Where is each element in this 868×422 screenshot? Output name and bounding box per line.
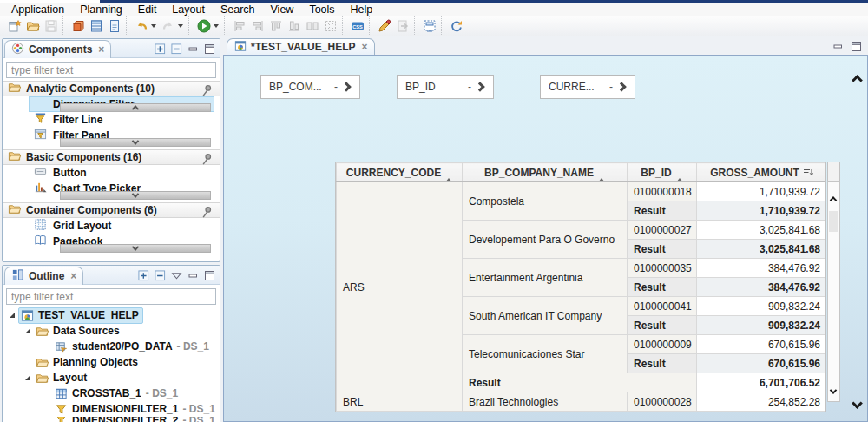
scroll-down-strip[interactable] <box>60 244 211 253</box>
column-header-bp-company-name[interactable]: BP_COMPANY_NAME <box>463 163 628 182</box>
scrollbar-thumb[interactable] <box>829 211 838 232</box>
column-header-bp-id[interactable]: BP_ID <box>628 163 697 182</box>
company-result-label-cell[interactable]: Result <box>628 201 697 221</box>
menu-edit[interactable]: Edit <box>130 3 165 16</box>
company-result-label-cell[interactable]: Result <box>628 316 697 335</box>
company-cell-brazil-technologies[interactable]: Brazil Technologies <box>463 392 628 412</box>
design-canvas[interactable]: BP_COM...-BP_ID-CURRE...- CURRENCY_CODEB… <box>223 55 868 422</box>
bp-id-cell[interactable]: 0100000035 <box>628 259 697 278</box>
crosstab-scrollbar[interactable] <box>827 162 840 402</box>
canvas-scroll-down-icon[interactable] <box>852 398 863 409</box>
company-result-label-cell[interactable]: Result <box>628 354 697 373</box>
editor-minimize-icon[interactable] <box>832 40 845 52</box>
crosstab-scrollbar-track[interactable] <box>827 181 840 402</box>
scrollbar-down-icon[interactable] <box>830 386 837 393</box>
company-result-label-cell[interactable]: Result <box>628 278 697 297</box>
data-source-list-icon[interactable] <box>87 16 105 35</box>
menu-view[interactable]: View <box>263 3 302 16</box>
group-result-value-cell[interactable]: 6,701,706.52 <box>697 373 827 392</box>
new-component-icon[interactable] <box>69 16 87 35</box>
component-item-filter-line[interactable]: Filter Line <box>3 112 220 128</box>
expander-icon[interactable] <box>25 328 30 333</box>
run-icon[interactable] <box>194 16 213 35</box>
sort-ascending-icon[interactable] <box>598 166 605 178</box>
scroll-down-strip[interactable] <box>60 191 211 200</box>
collapse-all-icon[interactable] <box>170 43 183 55</box>
company-result-value-cell[interactable]: 909,832.24 <box>697 316 827 335</box>
view-menu-icon[interactable] <box>170 269 183 281</box>
undo-dropdown-icon[interactable] <box>151 24 156 28</box>
minimize-icon[interactable] <box>187 43 200 55</box>
bp-id-cell[interactable]: 0100000009 <box>628 335 697 354</box>
menu-planning[interactable]: Planning <box>72 3 130 16</box>
gross-amount-cell[interactable]: 670,615.96 <box>697 335 827 354</box>
expander-icon[interactable] <box>25 375 30 380</box>
outline-item-dimensionfilter-1[interactable]: DIMENSIONFILTER_1 - DS_1 <box>3 401 220 417</box>
company-result-label-cell[interactable]: Result <box>628 240 697 259</box>
scroll-down-strip[interactable] <box>60 138 211 147</box>
format-brush-icon[interactable] <box>375 16 393 35</box>
css-icon[interactable]: CSS <box>348 16 366 35</box>
outline-item-dimensionfilter-2[interactable]: DIMENSIONFILTER_2 - DS_1 <box>3 417 220 422</box>
open-icon[interactable] <box>23 16 42 35</box>
category-analytic-components-10[interactable]: Analytic Components (10) <box>3 81 220 96</box>
outline-filter-input[interactable] <box>7 289 215 304</box>
maximize-icon[interactable] <box>203 269 216 281</box>
refresh-icon[interactable] <box>447 16 465 35</box>
bp-id-cell[interactable]: 0100000041 <box>628 297 697 316</box>
menu-layout[interactable]: Layout <box>164 3 213 16</box>
menu-search[interactable]: Search <box>213 3 263 16</box>
components-tab-close-icon[interactable]: × <box>98 43 104 56</box>
company-cell-compostela[interactable]: Compostela <box>463 182 628 221</box>
dimension-filter-chip-bp-com[interactable]: BP_COM...- <box>260 75 360 99</box>
group-result-label-cell[interactable]: Result <box>463 373 697 392</box>
outline-item-layout[interactable]: Layout <box>3 370 220 386</box>
minimize-icon[interactable] <box>187 269 200 281</box>
dimension-filter-chip-bp-id[interactable]: BP_ID- <box>397 75 494 99</box>
bp-id-cell[interactable]: 0100000018 <box>628 182 697 201</box>
category-basic-components-16[interactable]: Basic Components (16) <box>3 149 220 165</box>
bp-id-cell[interactable]: 0100000027 <box>628 221 697 240</box>
currency-cell-ars[interactable]: ARS <box>337 182 463 392</box>
page-icon[interactable] <box>105 16 123 35</box>
chevron-right-icon[interactable] <box>475 82 484 91</box>
company-cell-telecomunicaciones-star[interactable]: Telecomunicaciones Star <box>463 335 628 373</box>
editor-tab-close-icon[interactable]: × <box>361 41 367 53</box>
chevron-right-icon[interactable] <box>616 82 626 91</box>
outline-item-planning-objects[interactable]: Planning Objects <box>3 354 220 370</box>
company-result-value-cell[interactable]: 3,025,841.68 <box>697 240 827 259</box>
crosstab-component[interactable]: CURRENCY_CODEBP_COMPANY_NAMEBP_IDGROSS_A… <box>335 162 826 412</box>
expander-icon[interactable] <box>10 313 15 318</box>
sort-ascending-icon[interactable] <box>676 166 683 178</box>
component-item-grid-layout[interactable]: Grid Layout <box>3 218 220 234</box>
outline-item-crosstab-1[interactable]: CROSSTAB_1 - DS_1 <box>3 386 220 401</box>
component-item-button[interactable]: Button <box>3 165 220 181</box>
company-result-value-cell[interactable]: 670,615.96 <box>697 354 827 373</box>
outline-item-student20-po-data[interactable]: student20/PO_DATA - DS_1 <box>3 339 220 354</box>
component-item-chart-type-picker[interactable]: Chart Type Picker <box>3 181 220 196</box>
expand-all-icon[interactable] <box>154 43 167 55</box>
company-cell-south-american-it-company[interactable]: South American IT Company <box>463 297 628 335</box>
column-header-currency-code[interactable]: CURRENCY_CODE <box>337 163 463 182</box>
company-cell-entertainment-argentinia[interactable]: Entertainment Argentinia <box>463 259 628 297</box>
bp-id-cell[interactable]: 0100000028 <box>628 392 697 412</box>
component-item-pagebook[interactable]: Pagebook <box>3 234 220 249</box>
dimension-filter-chip-curre[interactable]: CURRE...- <box>540 75 635 99</box>
company-cell-developement-para-o-governo[interactable]: Developement Para O Governo <box>463 221 628 259</box>
gross-amount-cell[interactable]: 384,476.92 <box>697 259 827 278</box>
gross-amount-cell[interactable]: 254,852.28 <box>697 392 827 412</box>
components-tab[interactable]: Components × <box>4 40 111 58</box>
outline-tab[interactable]: Outline × <box>4 267 83 285</box>
new-application-icon[interactable] <box>5 16 23 35</box>
chevron-right-icon[interactable] <box>341 82 351 91</box>
currency-cell-brl[interactable]: BRL <box>337 392 463 412</box>
company-result-value-cell[interactable]: 384,476.92 <box>697 278 827 297</box>
outline-item-data-sources[interactable]: Data Sources <box>3 323 220 339</box>
components-filter-input[interactable] <box>7 63 215 77</box>
company-result-value-cell[interactable]: 1,710,939.72 <box>697 201 827 221</box>
run-dropdown-icon[interactable] <box>214 24 219 28</box>
template-icon[interactable] <box>420 16 438 35</box>
scrollbar-up-icon[interactable] <box>830 196 837 203</box>
undo-icon[interactable] <box>132 16 150 35</box>
category-container-components-6[interactable]: Container Components (6) <box>3 202 220 218</box>
